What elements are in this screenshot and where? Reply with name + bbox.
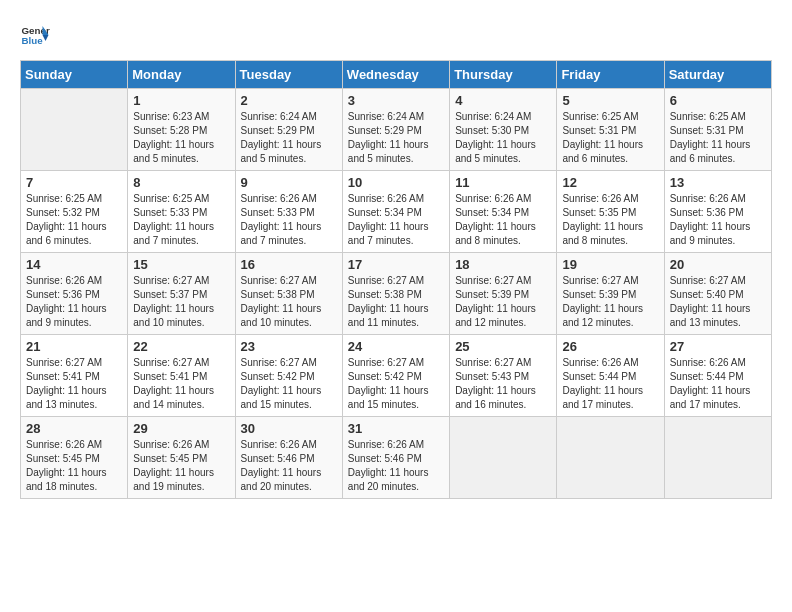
cell-info: Sunrise: 6:26 AMSunset: 5:44 PMDaylight:… [562, 356, 658, 412]
day-number: 23 [241, 339, 337, 354]
cell-info: Sunrise: 6:26 AMSunset: 5:35 PMDaylight:… [562, 192, 658, 248]
day-number: 11 [455, 175, 551, 190]
day-number: 16 [241, 257, 337, 272]
day-number: 25 [455, 339, 551, 354]
day-number: 4 [455, 93, 551, 108]
calendar-cell: 18Sunrise: 6:27 AMSunset: 5:39 PMDayligh… [450, 253, 557, 335]
cell-info: Sunrise: 6:26 AMSunset: 5:45 PMDaylight:… [133, 438, 229, 494]
calendar-cell: 23Sunrise: 6:27 AMSunset: 5:42 PMDayligh… [235, 335, 342, 417]
calendar-cell: 20Sunrise: 6:27 AMSunset: 5:40 PMDayligh… [664, 253, 771, 335]
calendar-cell: 19Sunrise: 6:27 AMSunset: 5:39 PMDayligh… [557, 253, 664, 335]
calendar-table: SundayMondayTuesdayWednesdayThursdayFrid… [20, 60, 772, 499]
cell-info: Sunrise: 6:26 AMSunset: 5:33 PMDaylight:… [241, 192, 337, 248]
calendar-cell: 11Sunrise: 6:26 AMSunset: 5:34 PMDayligh… [450, 171, 557, 253]
calendar-cell: 14Sunrise: 6:26 AMSunset: 5:36 PMDayligh… [21, 253, 128, 335]
cell-info: Sunrise: 6:25 AMSunset: 5:31 PMDaylight:… [562, 110, 658, 166]
cell-info: Sunrise: 6:27 AMSunset: 5:39 PMDaylight:… [455, 274, 551, 330]
calendar-cell: 8Sunrise: 6:25 AMSunset: 5:33 PMDaylight… [128, 171, 235, 253]
cell-info: Sunrise: 6:27 AMSunset: 5:42 PMDaylight:… [348, 356, 444, 412]
cell-info: Sunrise: 6:26 AMSunset: 5:46 PMDaylight:… [241, 438, 337, 494]
calendar-cell: 22Sunrise: 6:27 AMSunset: 5:41 PMDayligh… [128, 335, 235, 417]
day-number: 5 [562, 93, 658, 108]
calendar-cell: 5Sunrise: 6:25 AMSunset: 5:31 PMDaylight… [557, 89, 664, 171]
logo: General Blue [20, 20, 50, 50]
calendar-cell [664, 417, 771, 499]
cell-info: Sunrise: 6:26 AMSunset: 5:34 PMDaylight:… [455, 192, 551, 248]
calendar-cell: 7Sunrise: 6:25 AMSunset: 5:32 PMDaylight… [21, 171, 128, 253]
day-number: 6 [670, 93, 766, 108]
day-number: 22 [133, 339, 229, 354]
calendar-cell: 16Sunrise: 6:27 AMSunset: 5:38 PMDayligh… [235, 253, 342, 335]
cell-info: Sunrise: 6:24 AMSunset: 5:30 PMDaylight:… [455, 110, 551, 166]
col-header-monday: Monday [128, 61, 235, 89]
calendar-cell [557, 417, 664, 499]
day-number: 14 [26, 257, 122, 272]
calendar-cell: 12Sunrise: 6:26 AMSunset: 5:35 PMDayligh… [557, 171, 664, 253]
calendar-cell: 30Sunrise: 6:26 AMSunset: 5:46 PMDayligh… [235, 417, 342, 499]
calendar-cell [21, 89, 128, 171]
day-number: 26 [562, 339, 658, 354]
cell-info: Sunrise: 6:27 AMSunset: 5:39 PMDaylight:… [562, 274, 658, 330]
cell-info: Sunrise: 6:27 AMSunset: 5:38 PMDaylight:… [241, 274, 337, 330]
day-number: 1 [133, 93, 229, 108]
col-header-thursday: Thursday [450, 61, 557, 89]
cell-info: Sunrise: 6:26 AMSunset: 5:36 PMDaylight:… [26, 274, 122, 330]
cell-info: Sunrise: 6:24 AMSunset: 5:29 PMDaylight:… [241, 110, 337, 166]
calendar-body: 1Sunrise: 6:23 AMSunset: 5:28 PMDaylight… [21, 89, 772, 499]
cell-info: Sunrise: 6:27 AMSunset: 5:43 PMDaylight:… [455, 356, 551, 412]
cell-info: Sunrise: 6:24 AMSunset: 5:29 PMDaylight:… [348, 110, 444, 166]
cell-info: Sunrise: 6:27 AMSunset: 5:38 PMDaylight:… [348, 274, 444, 330]
header-row: SundayMondayTuesdayWednesdayThursdayFrid… [21, 61, 772, 89]
cell-info: Sunrise: 6:25 AMSunset: 5:32 PMDaylight:… [26, 192, 122, 248]
day-number: 15 [133, 257, 229, 272]
day-number: 27 [670, 339, 766, 354]
day-number: 13 [670, 175, 766, 190]
calendar-cell: 9Sunrise: 6:26 AMSunset: 5:33 PMDaylight… [235, 171, 342, 253]
day-number: 24 [348, 339, 444, 354]
day-number: 12 [562, 175, 658, 190]
day-number: 30 [241, 421, 337, 436]
cell-info: Sunrise: 6:23 AMSunset: 5:28 PMDaylight:… [133, 110, 229, 166]
logo-icon: General Blue [20, 20, 50, 50]
day-number: 2 [241, 93, 337, 108]
calendar-cell: 31Sunrise: 6:26 AMSunset: 5:46 PMDayligh… [342, 417, 449, 499]
col-header-saturday: Saturday [664, 61, 771, 89]
week-row-4: 21Sunrise: 6:27 AMSunset: 5:41 PMDayligh… [21, 335, 772, 417]
calendar-cell: 1Sunrise: 6:23 AMSunset: 5:28 PMDaylight… [128, 89, 235, 171]
day-number: 3 [348, 93, 444, 108]
week-row-2: 7Sunrise: 6:25 AMSunset: 5:32 PMDaylight… [21, 171, 772, 253]
week-row-3: 14Sunrise: 6:26 AMSunset: 5:36 PMDayligh… [21, 253, 772, 335]
calendar-cell: 27Sunrise: 6:26 AMSunset: 5:44 PMDayligh… [664, 335, 771, 417]
calendar-cell: 10Sunrise: 6:26 AMSunset: 5:34 PMDayligh… [342, 171, 449, 253]
cell-info: Sunrise: 6:27 AMSunset: 5:41 PMDaylight:… [133, 356, 229, 412]
day-number: 7 [26, 175, 122, 190]
day-number: 10 [348, 175, 444, 190]
calendar-cell: 26Sunrise: 6:26 AMSunset: 5:44 PMDayligh… [557, 335, 664, 417]
col-header-friday: Friday [557, 61, 664, 89]
calendar-cell: 4Sunrise: 6:24 AMSunset: 5:30 PMDaylight… [450, 89, 557, 171]
calendar-cell [450, 417, 557, 499]
calendar-cell: 17Sunrise: 6:27 AMSunset: 5:38 PMDayligh… [342, 253, 449, 335]
cell-info: Sunrise: 6:26 AMSunset: 5:36 PMDaylight:… [670, 192, 766, 248]
cell-info: Sunrise: 6:26 AMSunset: 5:46 PMDaylight:… [348, 438, 444, 494]
calendar-cell: 24Sunrise: 6:27 AMSunset: 5:42 PMDayligh… [342, 335, 449, 417]
col-header-tuesday: Tuesday [235, 61, 342, 89]
cell-info: Sunrise: 6:27 AMSunset: 5:40 PMDaylight:… [670, 274, 766, 330]
calendar-cell: 25Sunrise: 6:27 AMSunset: 5:43 PMDayligh… [450, 335, 557, 417]
cell-info: Sunrise: 6:27 AMSunset: 5:41 PMDaylight:… [26, 356, 122, 412]
day-number: 8 [133, 175, 229, 190]
cell-info: Sunrise: 6:25 AMSunset: 5:31 PMDaylight:… [670, 110, 766, 166]
calendar-cell: 6Sunrise: 6:25 AMSunset: 5:31 PMDaylight… [664, 89, 771, 171]
week-row-5: 28Sunrise: 6:26 AMSunset: 5:45 PMDayligh… [21, 417, 772, 499]
day-number: 20 [670, 257, 766, 272]
cell-info: Sunrise: 6:26 AMSunset: 5:44 PMDaylight:… [670, 356, 766, 412]
col-header-wednesday: Wednesday [342, 61, 449, 89]
calendar-header: SundayMondayTuesdayWednesdayThursdayFrid… [21, 61, 772, 89]
calendar-cell: 3Sunrise: 6:24 AMSunset: 5:29 PMDaylight… [342, 89, 449, 171]
day-number: 31 [348, 421, 444, 436]
calendar-cell: 13Sunrise: 6:26 AMSunset: 5:36 PMDayligh… [664, 171, 771, 253]
day-number: 29 [133, 421, 229, 436]
calendar-cell: 15Sunrise: 6:27 AMSunset: 5:37 PMDayligh… [128, 253, 235, 335]
cell-info: Sunrise: 6:27 AMSunset: 5:42 PMDaylight:… [241, 356, 337, 412]
day-number: 18 [455, 257, 551, 272]
